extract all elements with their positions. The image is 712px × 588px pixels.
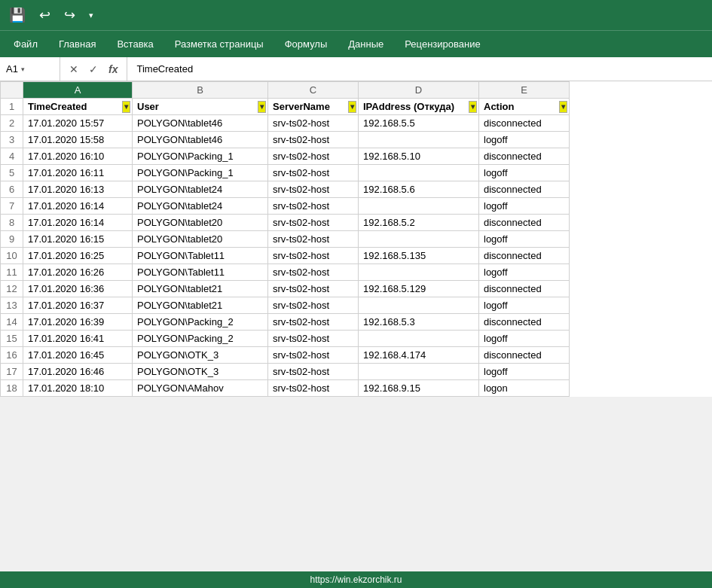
redo-icon[interactable]: ↪ (61, 5, 78, 25)
cell-action[interactable]: logoff (479, 331, 570, 347)
cell-user[interactable]: POLYGON\tablet21 (133, 297, 268, 314)
menu-formulas[interactable]: Формулы (274, 34, 338, 54)
menu-page-layout[interactable]: Разметка страницы (164, 34, 274, 54)
cell-ipaddress[interactable]: 192.168.5.5 (359, 115, 479, 132)
cell-ipaddress[interactable] (359, 165, 479, 181)
menu-review[interactable]: Рецензирование (394, 34, 490, 54)
menu-file[interactable]: Файл (3, 34, 48, 54)
filter-btn-D[interactable]: ▾ (469, 101, 477, 113)
cell-servername[interactable]: srv-ts02-host (268, 331, 359, 347)
cell-action[interactable]: logoff (479, 132, 570, 148)
cell-timecreated[interactable]: 17.01.2020 16:15 (23, 231, 133, 248)
filter-btn-A[interactable]: ▾ (122, 101, 130, 113)
cell-timecreated[interactable]: 17.01.2020 16:14 (23, 215, 133, 231)
cell-ipaddress[interactable]: 192.168.5.6 (359, 181, 479, 198)
cell-timecreated[interactable]: 17.01.2020 16:39 (23, 314, 133, 331)
cell-servername[interactable]: srv-ts02-host (268, 380, 359, 397)
cell-servername[interactable]: srv-ts02-host (268, 281, 359, 297)
cell-action[interactable]: disconnected (479, 115, 570, 132)
cell-action[interactable]: logon (479, 380, 570, 397)
cell-ipaddress[interactable] (359, 331, 479, 347)
cell-servername[interactable]: srv-ts02-host (268, 148, 359, 165)
cell-timecreated[interactable]: 17.01.2020 16:25 (23, 248, 133, 264)
cell-servername[interactable]: srv-ts02-host (268, 364, 359, 380)
cell-user[interactable]: POLYGON\Packing_1 (133, 165, 268, 181)
cell-action[interactable]: disconnected (479, 281, 570, 297)
cell-timecreated[interactable]: 17.01.2020 16:26 (23, 264, 133, 281)
cell-user[interactable]: POLYGON\Packing_1 (133, 148, 268, 165)
menu-data[interactable]: Данные (338, 34, 394, 54)
cell-ipaddress[interactable]: 192.168.5.3 (359, 314, 479, 331)
cell-timecreated[interactable]: 17.01.2020 16:14 (23, 198, 133, 215)
cell-action[interactable]: logoff (479, 165, 570, 181)
cell-ipaddress[interactable]: 192.168.4.174 (359, 347, 479, 364)
cell-user[interactable]: POLYGON\OTK_3 (133, 347, 268, 364)
cell-timecreated[interactable]: 17.01.2020 15:57 (23, 115, 133, 132)
cell-ipaddress[interactable] (359, 364, 479, 380)
cell-ipaddress[interactable] (359, 297, 479, 314)
cell-action[interactable]: logoff (479, 264, 570, 281)
cell-ipaddress[interactable]: 192.168.5.2 (359, 215, 479, 231)
cell-action[interactable]: logoff (479, 231, 570, 248)
cell-timecreated[interactable]: 17.01.2020 16:10 (23, 148, 133, 165)
cell-timecreated[interactable]: 17.01.2020 16:45 (23, 347, 133, 364)
cell-timecreated[interactable]: 17.01.2020 15:58 (23, 132, 133, 148)
cell-user[interactable]: POLYGON\Packing_2 (133, 314, 268, 331)
cell-timecreated[interactable]: 17.01.2020 18:10 (23, 380, 133, 397)
cell-user[interactable]: POLYGON\tablet20 (133, 215, 268, 231)
cell-user[interactable]: POLYGON\tablet46 (133, 132, 268, 148)
cell-user[interactable]: POLYGON\tablet20 (133, 231, 268, 248)
cell-ipaddress[interactable] (359, 198, 479, 215)
cell-action[interactable]: disconnected (479, 215, 570, 231)
cell-ipaddress[interactable]: 192.168.5.135 (359, 248, 479, 264)
formula-confirm-icon[interactable]: ✓ (86, 62, 101, 77)
cell-timecreated[interactable]: 17.01.2020 16:46 (23, 364, 133, 380)
cell-servername[interactable]: srv-ts02-host (268, 231, 359, 248)
cell-timecreated[interactable]: 17.01.2020 16:41 (23, 331, 133, 347)
col-header-D[interactable]: D (359, 82, 479, 99)
col-header-A[interactable]: A (23, 82, 133, 99)
cell-user[interactable]: POLYGON\tablet24 (133, 181, 268, 198)
cell-timecreated[interactable]: 17.01.2020 16:11 (23, 165, 133, 181)
cell-action[interactable]: disconnected (479, 181, 570, 198)
cell-action[interactable]: disconnected (479, 347, 570, 364)
cell-servername[interactable]: srv-ts02-host (268, 198, 359, 215)
menu-home[interactable]: Главная (48, 34, 106, 54)
cell-action[interactable]: disconnected (479, 148, 570, 165)
cell-user[interactable]: POLYGON\Tablet11 (133, 264, 268, 281)
cell-servername[interactable]: srv-ts02-host (268, 215, 359, 231)
cell-user[interactable]: POLYGON\tablet21 (133, 281, 268, 297)
quick-access-more-icon[interactable]: ▾ (86, 9, 96, 22)
formula-fx-icon[interactable]: fx (105, 62, 121, 77)
cell-action[interactable]: disconnected (479, 248, 570, 264)
filter-btn-B[interactable]: ▾ (258, 101, 266, 113)
cell-user[interactable]: POLYGON\Packing_2 (133, 331, 268, 347)
cell-servername[interactable]: srv-ts02-host (268, 165, 359, 181)
cell-ipaddress[interactable] (359, 264, 479, 281)
cell-ipaddress[interactable] (359, 132, 479, 148)
filter-btn-E[interactable]: ▾ (559, 101, 567, 113)
menu-insert[interactable]: Вставка (106, 34, 163, 54)
cell-ipaddress[interactable]: 192.168.9.15 (359, 380, 479, 397)
filter-btn-C[interactable]: ▾ (348, 101, 356, 113)
cell-action[interactable]: logoff (479, 297, 570, 314)
cell-servername[interactable]: srv-ts02-host (268, 297, 359, 314)
cell-ipaddress[interactable] (359, 231, 479, 248)
cell-action[interactable]: logoff (479, 364, 570, 380)
cell-servername[interactable]: srv-ts02-host (268, 314, 359, 331)
cell-ref-dropdown-icon[interactable]: ▾ (21, 66, 25, 73)
cell-action[interactable]: logoff (479, 198, 570, 215)
col-header-C[interactable]: C (268, 82, 359, 99)
cell-ipaddress[interactable]: 192.168.5.10 (359, 148, 479, 165)
col-header-E[interactable]: E (479, 82, 570, 99)
cell-user[interactable]: POLYGON\OTK_3 (133, 364, 268, 380)
formula-cancel-icon[interactable]: ✕ (66, 62, 81, 77)
cell-action[interactable]: disconnected (479, 314, 570, 331)
cell-servername[interactable]: srv-ts02-host (268, 181, 359, 198)
cell-timecreated[interactable]: 17.01.2020 16:37 (23, 297, 133, 314)
formula-value[interactable]: TimeCreated (127, 63, 712, 75)
cell-servername[interactable]: srv-ts02-host (268, 264, 359, 281)
save-icon[interactable]: 💾 (6, 5, 29, 25)
cell-timecreated[interactable]: 17.01.2020 16:36 (23, 281, 133, 297)
undo-icon[interactable]: ↩ (36, 5, 53, 25)
